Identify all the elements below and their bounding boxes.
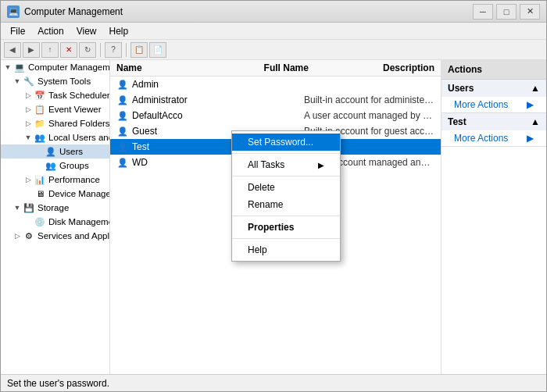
tree-label: Computer Management (Local [28,62,110,72]
expand-icon: ▷ [12,230,23,241]
minimize-button[interactable]: ─ [473,4,493,20]
event-viewer-icon: 📋 [34,103,46,116]
tree-item-computer-mgmt[interactable]: ▼ 💻 Computer Management (Local [1,60,109,74]
context-delete[interactable]: Delete [232,179,340,196]
tree-item-users[interactable]: 👤 Users [1,144,109,159]
more-actions-arrow: ▶ [527,133,534,144]
main-window: 💻 Computer Management ─ □ ✕ File Action … [0,0,547,392]
tree-item-performance[interactable]: ▷ 📊 Performance [1,173,109,187]
performance-icon: 📊 [34,173,46,186]
expand-icon [23,188,34,199]
tree-label: Event Viewer [48,105,102,114]
submenu-arrow: ▶ [318,161,324,169]
tree-item-disk-mgmt[interactable]: 💿 Disk Management [1,215,109,229]
window-title: Computer Management [24,6,473,17]
context-rename[interactable]: Rename [232,196,340,213]
col-desc: Description [383,62,434,73]
col-fullname: Full Name [264,62,320,73]
stop-button[interactable]: ✕ [60,42,77,58]
col-name: Name [116,62,202,73]
content-panel: Name Full Name Description 👤 Admin 👤 Adm… [110,60,441,374]
groups-icon: 👥 [45,159,57,172]
tree-item-services[interactable]: ▷ ⚙ Services and Applications [1,229,109,243]
properties-button[interactable]: 📋 [130,42,148,58]
menu-help[interactable]: Help [103,24,135,38]
expand-icon: ▼ [12,202,23,213]
title-bar-controls: ─ □ ✕ [473,4,540,20]
content-header: Name Full Name Description [110,60,441,77]
toolbar: ◀ ▶ ↑ ✕ ↻ ? 📋 📄 [1,40,546,60]
window-icon: 💻 [7,5,20,18]
tree-label: Storage [38,203,69,212]
tree-item-task-scheduler[interactable]: ▷ 📅 Task Scheduler [1,88,109,102]
tree-label: Services and Applications [38,231,110,241]
tree-item-storage[interactable]: ▼ 💾 Storage [1,201,109,215]
expand-icon: ▼ [23,132,34,143]
toolbar-sep-2 [126,43,127,57]
user-icon: 👤 [116,94,129,106]
user-row-defaultacco[interactable]: 👤 DefaultAcco A user account managed by … [110,108,441,123]
tree-item-device-manager[interactable]: 🖥 Device Manager [1,187,109,201]
actions-section-test-label: Test [448,116,467,127]
tree-panel: ▼ 💻 Computer Management (Local ▼ 🔧 Syste… [1,60,110,374]
actions-section-test: Test ▲ More Actions ▶ [442,113,546,147]
user-icon: 👤 [116,125,129,137]
user-icon: 👤 [116,78,129,91]
expand-icon: ▼ [2,62,13,73]
tree-item-event-viewer[interactable]: ▷ 📋 Event Viewer [1,102,109,116]
up-button[interactable]: ↑ [41,42,59,58]
actions-more-actions-users[interactable]: More Actions ▶ [442,97,546,112]
actions-more-actions-test[interactable]: More Actions ▶ [442,130,546,146]
context-properties[interactable]: Properties [232,219,340,236]
section-expand-icon: ▲ [531,116,540,127]
tree-item-shared-folders[interactable]: ▷ 📁 Shared Folders [1,116,109,130]
tree-label: Groups [59,161,89,170]
local-users-icon: 👥 [34,131,46,144]
close-button[interactable]: ✕ [520,4,540,20]
menu-bar: File Action View Help [1,23,546,40]
tree-item-system-tools[interactable]: ▼ 🔧 System Tools [1,74,109,88]
tree-item-local-users[interactable]: ▼ 👥 Local Users and Groups [1,130,109,144]
tree-label: Local Users and Groups [48,133,110,142]
context-help[interactable]: Help [232,241,340,258]
disk-mgmt-icon: 💿 [34,216,46,228]
back-button[interactable]: ◀ [4,42,21,58]
expand-icon: ▷ [23,90,34,101]
actions-title: Actions [442,60,546,80]
main-area: ▼ 💻 Computer Management (Local ▼ 🔧 Syste… [1,60,546,374]
forward-button[interactable]: ▶ [23,42,40,58]
actions-panel: Actions Users ▲ More Actions ▶ Test ▲ Mo… [441,60,546,374]
device-manager-icon: 🖥 [34,187,46,200]
user-row-admin[interactable]: 👤 Admin [110,77,441,92]
expand-icon: ▷ [23,118,34,129]
tree-label: Disk Management [48,217,110,226]
expand-icon [34,160,45,171]
extra-button[interactable]: 📄 [149,42,166,58]
refresh-button[interactable]: ↻ [79,42,96,58]
tree-label: Device Manager [48,189,110,198]
storage-icon: 💾 [23,201,35,214]
expand-icon: ▷ [23,174,34,185]
maximize-button[interactable]: □ [496,4,517,20]
context-sep-4 [232,238,340,239]
task-scheduler-icon: 📅 [34,89,46,102]
help-button[interactable]: ? [105,42,122,58]
actions-section-users-header[interactable]: Users ▲ [442,80,546,97]
context-sep-1 [232,153,340,154]
menu-view[interactable]: View [70,24,103,38]
context-menu: Set Password... All Tasks ▶ Delete Renam… [231,130,341,262]
menu-action[interactable]: Action [31,24,70,38]
toolbar-sep-1 [100,43,101,57]
shared-folders-icon: 📁 [34,117,46,130]
menu-file[interactable]: File [4,24,31,38]
system-tools-icon: 🔧 [23,75,35,87]
context-set-password[interactable]: Set Password... [232,134,340,151]
actions-section-test-header[interactable]: Test ▲ [442,113,546,130]
expand-icon: ▷ [23,104,34,115]
tree-item-groups[interactable]: 👥 Groups [1,159,109,173]
user-row-administrator[interactable]: 👤 Administrator Built-in account for adm… [110,92,441,108]
context-sep-3 [232,216,340,216]
status-bar: Set the user's password. [1,374,546,391]
context-all-tasks[interactable]: All Tasks ▶ [232,156,340,173]
user-icon: 👤 [116,109,129,122]
